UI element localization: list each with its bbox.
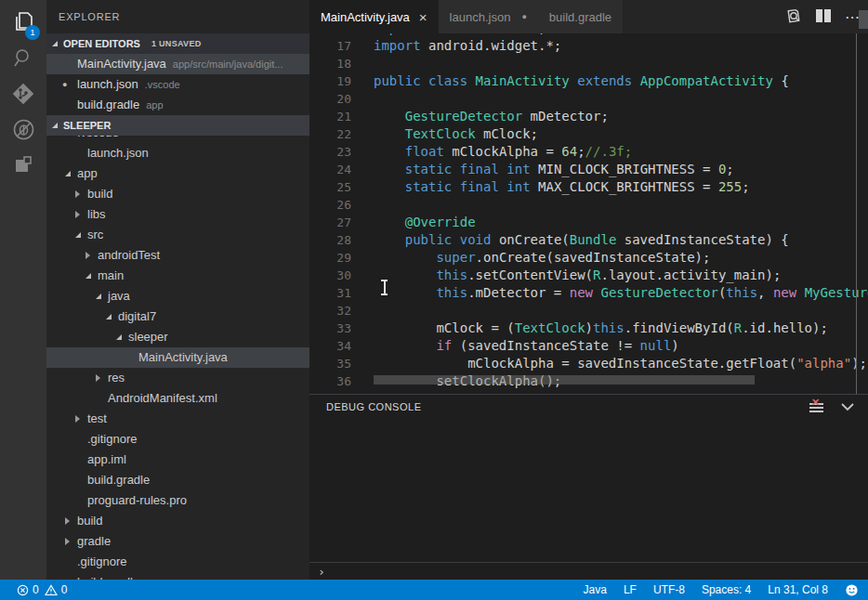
warnings-status[interactable]: 0 — [45, 583, 68, 596]
line-content: import android.widget.*; — [374, 37, 561, 55]
warning-count: 0 — [61, 583, 68, 596]
line-content: static final int MAX_CLOCK_BRIGHTNESS = … — [374, 178, 750, 196]
explorer-icon[interactable]: 1 — [0, 6, 46, 41]
code-line[interactable]: 32 — [309, 302, 868, 320]
feedback-smiley-icon[interactable] — [845, 583, 859, 597]
tree-item-proguard-rules-pro[interactable]: proguard-rules.pro — [46, 490, 309, 511]
code-line[interactable]: 31 this.mDetector = new GestureDetector(… — [309, 284, 868, 302]
open-editor-name: build.gradle — [77, 98, 139, 111]
tree-item-digital7[interactable]: digital7 — [46, 307, 309, 327]
code-line[interactable]: 33 mClock = (TextClock)this.findViewById… — [309, 320, 868, 337]
debug-console-panel: DEBUG CONSOLE ✕ › — [309, 394, 868, 580]
line-number: 33 — [309, 320, 351, 337]
tree-item-launch-json[interactable]: launch.json — [46, 143, 309, 163]
chevron-expanded-icon — [52, 123, 58, 128]
activity-bar: 1 — [0, 0, 46, 580]
tab-launch-json[interactable]: launch.json● — [439, 0, 538, 33]
line-content: float mClockAlpha = 64;//.3f; — [374, 143, 632, 161]
status-utf-8[interactable]: UTF-8 — [653, 583, 685, 596]
open-editors-header[interactable]: OPEN EDITORS 1 UNSAVED — [46, 33, 309, 54]
tree-item--gitignore[interactable]: .gitignore — [46, 429, 309, 450]
extensions-icon[interactable] — [0, 147, 46, 182]
status-spaces-4[interactable]: Spaces: 4 — [702, 583, 751, 596]
tree-item-test[interactable]: test — [46, 409, 309, 429]
code-line[interactable]: 35 mClockAlpha = savedInstanceState.getF… — [309, 355, 868, 372]
errors-status[interactable]: 0 — [17, 583, 39, 596]
tree-item-src[interactable]: src — [46, 225, 309, 245]
code-line[interactable]: 19public class MainActivity extends AppC… — [309, 72, 868, 90]
tree-item-build-gradle[interactable]: build.gradle — [46, 572, 309, 580]
tree-item-app-iml[interactable]: app.iml — [46, 450, 309, 470]
code-line[interactable]: 25 static final int MAX_CLOCK_BRIGHTNESS… — [309, 178, 868, 196]
tab-mainactivity-java[interactable]: MainActivity.java× — [309, 0, 439, 33]
code-line[interactable]: 22 TextClock mClock; — [309, 125, 868, 143]
tree-item-build-gradle[interactable]: build.gradle — [46, 470, 309, 490]
code-line[interactable]: 18 — [309, 55, 868, 72]
tree-item-main[interactable]: main — [46, 266, 309, 286]
source-control-icon[interactable] — [0, 76, 46, 111]
tree-item-app[interactable]: app — [46, 163, 309, 184]
line-content: mClockAlpha = savedInstanceState.getFloa… — [374, 355, 867, 372]
code-line[interactable]: 26 — [309, 196, 868, 214]
horizontal-scrollbar[interactable] — [374, 375, 755, 385]
open-editor-item[interactable]: MainActivity.javaapp/src/main/java/digit… — [46, 54, 309, 74]
open-editor-description: app — [146, 99, 163, 111]
tree-item-label: digital7 — [118, 307, 156, 327]
search-icon[interactable] — [0, 41, 46, 76]
status-lf[interactable]: LF — [624, 583, 637, 596]
tree-item-res[interactable]: res — [46, 368, 309, 388]
unsaved-count-badge: 1 UNSAVED — [151, 39, 202, 48]
chevron-expanded-icon — [106, 314, 112, 320]
code-line[interactable]: 34 if (savedInstanceState != null) — [309, 337, 868, 355]
vertical-scrollbar[interactable] — [859, 10, 868, 29]
open-editor-item[interactable]: ●launch.json.vscode — [46, 74, 309, 95]
tree-item-androidtest[interactable]: androidTest — [46, 245, 309, 266]
code-line[interactable]: 29 super.onCreate(savedInstanceState); — [309, 249, 868, 267]
tree-item--gitignore[interactable]: .gitignore — [46, 552, 309, 572]
tree-item-label: res — [108, 368, 125, 388]
modified-dot-icon[interactable]: ● — [521, 12, 526, 21]
debug-console-input[interactable]: › — [309, 562, 868, 580]
line-content: this.setContentView(R.layout.activity_ma… — [374, 267, 781, 284]
tree-item-build[interactable]: build — [46, 511, 309, 531]
status-ln-31-col-8[interactable]: Ln 31, Col 8 — [768, 583, 828, 596]
code-line[interactable]: 21 GestureDetector mDetector; — [309, 108, 868, 125]
tree-item-gradle[interactable]: gradle — [46, 531, 309, 552]
vscode-window: 1 — [0, 0, 868, 600]
line-content: super.onCreate(savedInstanceState); — [374, 249, 710, 267]
code-line[interactable]: 27 @Override — [309, 214, 868, 231]
folder-section-header[interactable]: SLEEPER — [46, 115, 309, 136]
tree-item-java[interactable]: java — [46, 286, 309, 307]
code-editor[interactable]: import android.view.*;17import android.w… — [309, 33, 868, 394]
tree-item-label: build — [77, 511, 102, 531]
tab-bar: MainActivity.java×launch.json●build.grad… — [309, 0, 868, 33]
code-line[interactable]: 17import android.widget.*; — [309, 37, 868, 55]
tree-item-libs[interactable]: libs — [46, 204, 309, 225]
open-editor-item[interactable]: build.gradleapp — [46, 95, 309, 115]
open-preview-icon[interactable] — [785, 7, 802, 27]
debug-icon[interactable] — [0, 111, 46, 147]
clear-console-icon[interactable]: ✕ — [809, 401, 823, 413]
code-line[interactable]: 23 float mClockAlpha = 64;//.3f; — [309, 143, 868, 161]
split-editor-icon[interactable] — [815, 8, 832, 26]
code-line[interactable]: 20 — [309, 90, 868, 108]
tree-item-build[interactable]: build — [46, 184, 309, 204]
explorer-badge: 1 — [25, 25, 40, 40]
tree-item-androidmanifest-xml[interactable]: AndroidManifest.xml — [46, 388, 309, 409]
editor-group: MainActivity.java×launch.json●build.grad… — [309, 0, 868, 394]
tree-item-label: gradle — [77, 531, 111, 552]
collapse-panel-icon[interactable] — [840, 400, 855, 414]
code-line[interactable]: 30 this.setContentView(R.layout.activity… — [309, 267, 868, 284]
panel-title: DEBUG CONSOLE — [326, 401, 421, 412]
sidebar-title: EXPLORER — [46, 0, 309, 33]
code-line[interactable]: 28 public void onCreate(Bundle savedInst… — [309, 231, 868, 249]
status-java[interactable]: Java — [584, 583, 607, 596]
panel-header: DEBUG CONSOLE — [309, 395, 868, 419]
tree-item-mainactivity-java[interactable]: MainActivity.java — [46, 347, 309, 368]
tree-item-sleeper[interactable]: sleeper — [46, 327, 309, 347]
line-number: 36 — [309, 372, 351, 390]
close-tab-icon[interactable]: × — [419, 9, 427, 25]
console-prompt: › — [318, 565, 325, 579]
tab-build-gradle[interactable]: build.gradle — [538, 0, 623, 33]
code-line[interactable]: 24 static final int MIN_CLOCK_BRIGHTNESS… — [309, 161, 868, 178]
